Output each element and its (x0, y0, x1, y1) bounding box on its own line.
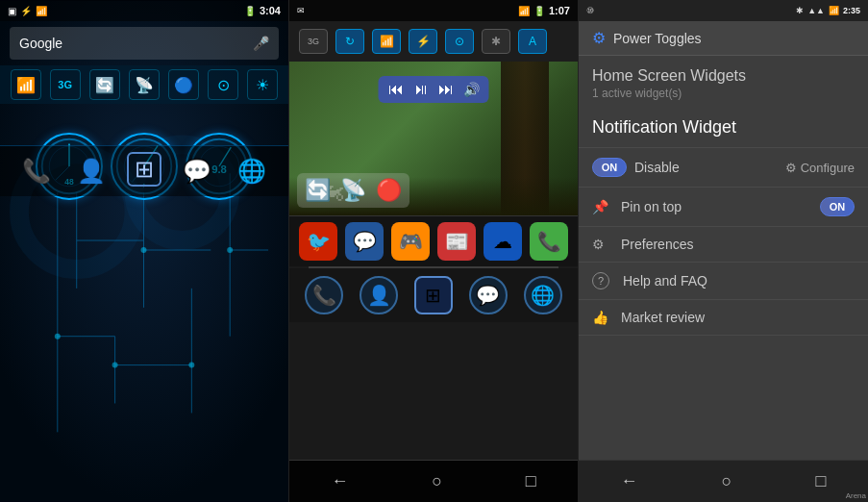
nav2-back[interactable]: ← (331, 471, 348, 491)
p3-status-left: ⑩ (586, 6, 594, 15)
nav3-recent[interactable]: □ (816, 471, 827, 491)
configure-label: Configure (801, 161, 855, 175)
location-toggle[interactable]: ⊙ (208, 69, 238, 100)
mini-sync-icon[interactable]: 🔄 (305, 178, 331, 203)
p3-10-badge: ⑩ (586, 6, 594, 15)
configure-icon: ⚙ (785, 161, 797, 175)
media-play-icon[interactable]: ⏯ (413, 81, 429, 98)
p3-bt-icon: ✱ (796, 6, 804, 15)
media-extra-icon[interactable]: 🔊 (463, 82, 480, 97)
bluetooth-toggle[interactable]: 🔵 (168, 69, 199, 100)
pin-toggle[interactable]: ON (820, 197, 855, 216)
p2-bolt-toggle[interactable]: ⚡ (409, 29, 437, 54)
p2-status-left: ✉ (297, 6, 305, 15)
svg-point-14 (188, 363, 194, 368)
dock2-phone[interactable]: 📞 (305, 276, 343, 314)
svg-point-15 (141, 247, 147, 253)
quick-toggles: 📶 3G 🔄 📡 🔵 ⊙ ☀ (0, 65, 288, 104)
search-bar[interactable]: Google 🎤 (10, 27, 279, 60)
brightness-toggle[interactable]: ☀ (247, 69, 278, 100)
sync-toggle[interactable]: 🔄 (89, 69, 120, 100)
p3-signal-icon: 📶 (829, 6, 839, 15)
pin-icon: 📌 (592, 199, 613, 214)
app-phone[interactable]: 📞 (530, 222, 568, 261)
wifi-toggle[interactable]: 📶 (11, 69, 41, 100)
mini-toggles-overlay: 🔄 📡 🔴 (297, 173, 409, 208)
apps-row: 🐦 💬 🎮 📰 ☁ 📞 (289, 215, 578, 266)
wifi-icon: ⚡ (20, 6, 32, 16)
signal-icon: 📶 (36, 6, 47, 16)
p2-wifi-icon: 📶 (518, 6, 530, 16)
panel2-bottom-dock: 📞 👤 ⊞ 💬 🌐 (289, 268, 578, 322)
p2-refresh-toggle[interactable]: ↻ (335, 29, 364, 54)
panel3-nav-bar: ← ○ □ (579, 460, 868, 502)
panel2-widget-screen: ✉ 📶 🔋 1:07 3G ↻ 📶 ⚡ ⊙ ✱ A 🏍 ⏮ ⏯ ⏭ (289, 0, 579, 502)
preferences-label: Preferences (621, 237, 855, 252)
market-icon: 👍 (592, 310, 613, 325)
dock-phone[interactable]: 📞 (17, 152, 56, 190)
panel3-content: Home Screen Widgets 1 active widget(s) N… (579, 56, 868, 460)
configure-button[interactable]: ⚙ Configure (785, 161, 855, 175)
market-review-row[interactable]: 👍 Market review (579, 300, 868, 336)
photo-area: 🏍 ⏮ ⏯ ⏭ 🔊 🔄 📡 🔴 (289, 62, 578, 215)
p2-3g-toggle[interactable]: 3G (299, 29, 328, 54)
section-title: Home Screen Widgets (579, 56, 868, 87)
panel2-time: 1:07 (549, 5, 570, 16)
pin-on-top-row: 📌 Pin on top ON (579, 188, 868, 227)
help-label: Help and FAQ (623, 273, 855, 289)
nav2-home[interactable]: ○ (432, 471, 442, 491)
dock2-browser[interactable]: 🌐 (524, 276, 562, 314)
status-right: 🔋 3:04 (244, 5, 281, 16)
help-icon: ? (592, 272, 609, 289)
p2-notification-icon: ✉ (297, 6, 305, 15)
signal-toggle[interactable]: 📡 (129, 69, 160, 100)
dock-apps[interactable]: ⊞ (127, 152, 161, 187)
panel1-time: 3:04 (260, 5, 281, 16)
nav3-back[interactable]: ← (621, 471, 638, 491)
p2-star-toggle[interactable]: ✱ (482, 29, 510, 54)
p2-battery-icon: 🔋 (533, 6, 545, 16)
app-drive[interactable]: ☁ (484, 222, 522, 261)
svg-point-12 (55, 334, 61, 339)
dock2-contacts[interactable]: 👤 (360, 276, 398, 314)
p2-a-toggle[interactable]: A (518, 29, 547, 54)
panel3-app-title: Power Toggles (613, 31, 702, 46)
panel3-status-bar: ⑩ ✱ ▲▲ 📶 2:35 (579, 0, 868, 21)
mini-signal-icon[interactable]: 📡 (340, 178, 366, 203)
sim-icon: ▣ (8, 6, 16, 16)
panel2-widget-bar: 3G ↻ 📶 ⚡ ⊙ ✱ A (289, 21, 578, 62)
app-game[interactable]: 🎮 (391, 222, 430, 261)
3g-toggle[interactable]: 3G (50, 69, 81, 100)
app-news[interactable]: 📰 (437, 222, 476, 261)
media-next-icon[interactable]: ⏭ (438, 81, 454, 98)
dock-messages[interactable]: 💬 (178, 152, 216, 190)
mini-red-icon[interactable]: 🔴 (376, 178, 402, 203)
dock-contacts[interactable]: 👤 (72, 152, 111, 190)
p2-status-right: 📶 🔋 1:07 (518, 5, 570, 16)
nav3-home[interactable]: ○ (722, 471, 732, 491)
disable-label[interactable]: Disable (634, 160, 778, 175)
p2-location-toggle[interactable]: ⊙ (445, 29, 474, 54)
p2-wifi-toggle[interactable]: 📶 (372, 29, 401, 54)
panel1-dock: 📞 👤 ⊞ 💬 🌐 (0, 145, 288, 196)
app-angry-birds[interactable]: 🐦 (299, 222, 337, 261)
microphone-icon[interactable]: 🎤 (253, 36, 269, 51)
enable-toggle[interactable]: ON (592, 158, 627, 177)
dock2-messages[interactable]: 💬 (469, 276, 508, 314)
panel2-status-bar: ✉ 📶 🔋 1:07 (289, 0, 578, 21)
app-sms[interactable]: 💬 (345, 222, 384, 261)
nav2-recent[interactable]: □ (526, 471, 536, 491)
dock-browser[interactable]: 🌐 (233, 152, 271, 190)
media-controls[interactable]: ⏮ ⏯ ⏭ 🔊 (379, 76, 489, 103)
help-row[interactable]: ? Help and FAQ (579, 263, 868, 300)
media-prev-icon[interactable]: ⏮ (388, 81, 404, 98)
preferences-row[interactable]: ⚙ Preferences (579, 227, 868, 263)
status-left-icons: ▣ ⚡ 📶 (8, 6, 47, 16)
svg-point-16 (227, 247, 233, 253)
panel1-status-bar: ▣ ⚡ 📶 🔋 3:04 (0, 0, 288, 21)
battery-icon: 🔋 (244, 6, 256, 16)
dock2-apps[interactable]: ⊞ (414, 276, 453, 314)
panel3-settings: ⑩ ✱ ▲▲ 📶 2:35 ⚙ Power Toggles Home Scree… (579, 0, 868, 502)
google-logo: Google (19, 36, 62, 51)
pin-on-top-label: Pin on top (621, 199, 812, 214)
